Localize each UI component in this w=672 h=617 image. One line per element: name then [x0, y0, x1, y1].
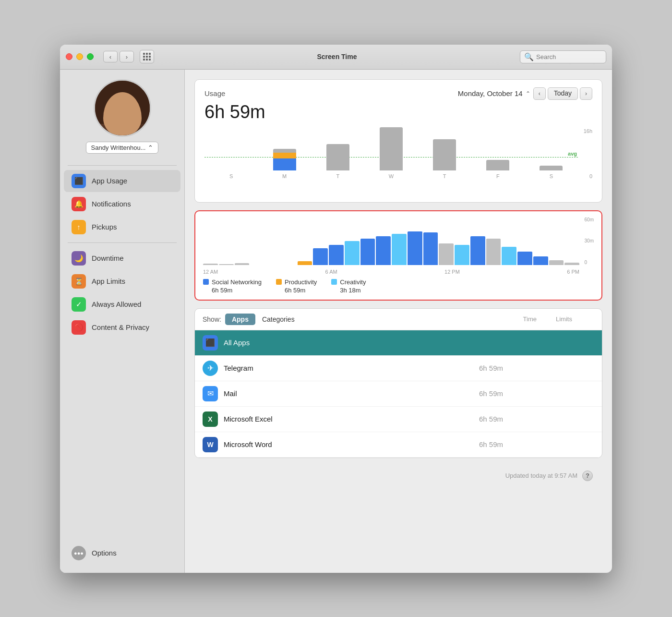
hourly-time-12am: 12 AM — [203, 269, 218, 275]
sidebar-label-downtime: Downtime — [92, 254, 124, 262]
hourly-bars — [203, 227, 579, 265]
forward-button[interactable]: › — [120, 51, 134, 62]
hbar-9 — [329, 245, 344, 265]
week-bar-thursday: T — [433, 139, 456, 179]
date-arrows: ‹ Today › — [533, 87, 592, 100]
sidebar-label-pickups: Pickups — [92, 223, 117, 231]
hourly-label-30m: 30m — [585, 238, 594, 243]
next-date-button[interactable]: › — [580, 87, 592, 100]
legend-time-productivity: 6h 59m — [276, 287, 317, 294]
sidebar-item-app-usage[interactable]: ⬛ App Usage — [64, 170, 180, 192]
sidebar-item-options[interactable]: ●●● Options — [64, 542, 180, 564]
app-time-excel: 6h 59m — [479, 415, 537, 423]
hbar-1 — [203, 264, 218, 265]
day-label-f: F — [496, 173, 500, 179]
day-label-w: W — [389, 173, 394, 179]
hourly-card: 60m 30m 0 — [194, 210, 602, 301]
today-button[interactable]: Today — [548, 87, 578, 100]
day-label-m: M — [282, 173, 287, 179]
avatar — [94, 79, 151, 137]
sidebar-item-app-limits[interactable]: ⏳ App Limits — [64, 270, 180, 292]
prev-date-button[interactable]: ‹ — [533, 87, 546, 100]
show-header: Show: Apps Categories Time Limits — [195, 309, 602, 330]
hourly-chart-area: 60m 30m 0 — [203, 217, 594, 265]
avatar-section: Sandy Writtenhou... ⌃ — [60, 79, 184, 154]
hbar-17 — [455, 245, 469, 265]
close-button[interactable] — [66, 53, 72, 60]
bar-thursday — [433, 139, 456, 170]
grid-button[interactable] — [140, 50, 154, 63]
titlebar: ‹ › Screen Time 🔍 — [60, 45, 612, 70]
user-selector[interactable]: Sandy Writtenhou... ⌃ — [86, 142, 159, 154]
sidebar-label-content-privacy: Content & Privacy — [92, 323, 149, 331]
sidebar-label-app-limits: App Limits — [92, 277, 125, 285]
table-row-all-apps[interactable]: ⬛ All Apps — [195, 330, 602, 356]
legend-dot-social — [203, 279, 209, 285]
sidebar-divider — [68, 165, 177, 166]
table-row-mail[interactable]: ✉ Mail 6h 59m — [195, 381, 602, 407]
sidebar-item-always-allowed[interactable]: ✓ Always Allowed — [64, 293, 180, 315]
hbar-20 — [502, 247, 516, 265]
week-bar-friday: F — [486, 160, 509, 179]
sidebar-label-app-usage: App Usage — [92, 177, 127, 185]
chart-max-label: 16h — [584, 128, 592, 134]
hbar-19 — [486, 239, 501, 265]
hbar-13 — [392, 234, 407, 265]
date-text: Monday, October 14 — [458, 89, 523, 97]
nav-buttons: ‹ › — [103, 51, 134, 62]
window: ‹ › Screen Time 🔍 — [60, 45, 612, 573]
app-name-telegram: Telegram — [224, 364, 479, 372]
traffic-lights — [66, 53, 94, 60]
table-row-word[interactable]: W Microsoft Word 6h 59m — [195, 432, 602, 458]
sidebar-item-notifications[interactable]: 🔔 Notifications — [64, 193, 180, 215]
downtime-icon: 🌙 — [72, 251, 86, 266]
main-footer: Updated today at 9:57 AM ? — [194, 466, 602, 486]
table-row-excel[interactable]: X Microsoft Excel 6h 59m — [195, 407, 602, 432]
bar-monday — [273, 149, 296, 170]
options-icon: ●●● — [72, 546, 86, 560]
weekly-chart: 16h 0 avg S — [204, 128, 592, 191]
updated-text: Updated today at 9:57 AM — [505, 472, 577, 479]
chevron-down-icon: ⌃ — [148, 144, 153, 151]
limits-col-header: Limits — [537, 315, 594, 323]
toggle-categories-button[interactable]: Categories — [255, 314, 301, 325]
app-name-mail: Mail — [224, 389, 479, 398]
week-bar-wednesday: W — [380, 127, 403, 179]
hourly-labels: 12 AM 6 AM 12 PM 6 PM — [203, 269, 594, 275]
app-time-word: 6h 59m — [479, 440, 537, 448]
sidebar-label-always-allowed: Always Allowed — [92, 300, 141, 308]
week-bar-sunday: S — [220, 170, 243, 179]
app-usage-icon: ⬛ — [72, 174, 86, 188]
minimize-button[interactable] — [76, 53, 83, 60]
total-time: 6h 59m — [204, 102, 592, 122]
sidebar-item-downtime[interactable]: 🌙 Downtime — [64, 247, 180, 269]
search-box[interactable]: 🔍 — [520, 50, 606, 63]
week-bar-saturday: S — [540, 166, 563, 179]
hbar-7 — [298, 261, 312, 265]
show-label: Show: — [203, 315, 221, 323]
legend-time-social: 6h 59m — [203, 287, 262, 294]
sidebar-label-notifications: Notifications — [92, 200, 131, 208]
help-button[interactable]: ? — [582, 471, 593, 481]
app-time-mail: 6h 59m — [479, 389, 537, 398]
sidebar-item-pickups[interactable]: ↑ Pickups — [64, 216, 180, 238]
sidebar-item-content-privacy[interactable]: 🚫 Content & Privacy — [64, 316, 180, 339]
app-name-all-apps: All Apps — [224, 339, 479, 347]
user-name: Sandy Writtenhou... — [91, 144, 146, 151]
back-button[interactable]: ‹ — [103, 51, 118, 62]
table-row-telegram[interactable]: ✈ Telegram 6h 59m — [195, 356, 602, 381]
bar-friday — [486, 160, 509, 170]
search-input[interactable] — [536, 53, 602, 60]
week-bar-tuesday: T — [326, 144, 349, 179]
bar-wednesday — [380, 127, 403, 170]
day-label-t2: T — [443, 173, 446, 179]
time-col-header: Time — [523, 315, 537, 323]
app-name-excel: Microsoft Excel — [224, 415, 479, 423]
hourly-label-0: 0 — [585, 260, 594, 265]
content: Sandy Writtenhou... ⌃ ⬛ App Usage 🔔 Noti… — [60, 70, 612, 573]
day-label-s2: S — [550, 173, 553, 179]
maximize-button[interactable] — [87, 53, 94, 60]
bar-tuesday — [326, 144, 349, 170]
toggle-apps-button[interactable]: Apps — [225, 314, 255, 325]
sidebar-divider2 — [68, 242, 177, 243]
